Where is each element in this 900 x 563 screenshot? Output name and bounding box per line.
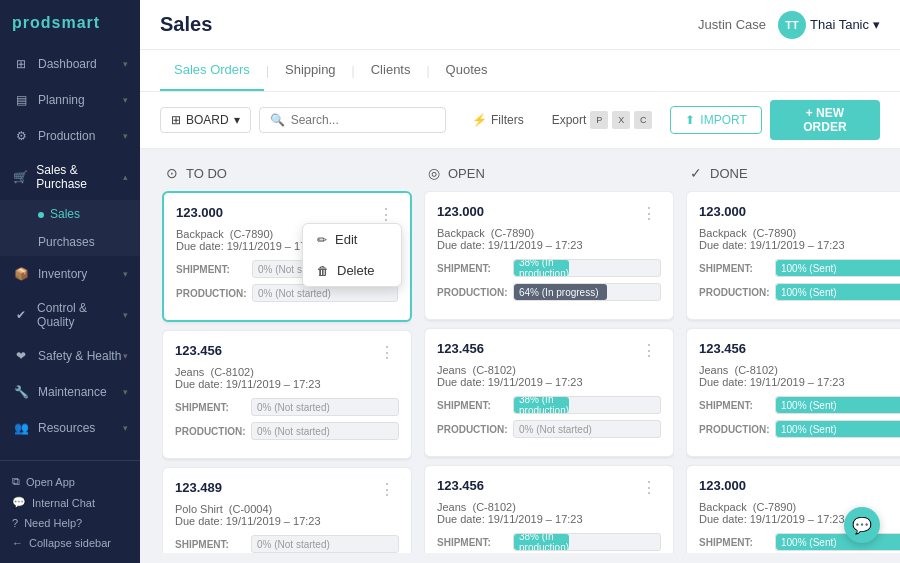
- user2-dropdown[interactable]: TT Thai Tanic ▾: [778, 11, 880, 39]
- column-cards-done: 123.000 ⋮ Backpack (C-7890)Due date: 19/…: [686, 191, 900, 553]
- production-label: PRODUCTION:: [699, 287, 767, 298]
- sidebar: prodsmart ⊞Dashboard ▾ ▤Planning ▾ ⚙Prod…: [0, 0, 140, 563]
- tab-quotes[interactable]: Quotes: [432, 50, 502, 91]
- search-input[interactable]: [291, 113, 435, 127]
- sidebar-item-safety-health[interactable]: ❤Safety & Health ▾: [0, 338, 140, 374]
- column-done: ✓DONE 123.000 ⋮ Backpack (C-7890)Due dat…: [686, 159, 900, 553]
- production-icon: ⚙: [12, 127, 30, 145]
- import-button[interactable]: ⬆ IMPORT: [670, 106, 761, 134]
- logo: prodsmart: [0, 0, 140, 46]
- sidebar-item-purchases[interactable]: Purchases: [0, 228, 140, 256]
- sidebar-item-planning[interactable]: ▤Planning ▾: [0, 82, 140, 118]
- shipment-bar: 100% (Sent): [775, 259, 900, 277]
- search-box[interactable]: 🔍: [259, 107, 446, 133]
- kanban-card[interactable]: 123.000 ⋮ Backpack (C-7890)Due date: 19/…: [162, 191, 412, 322]
- card-info: Jeans (C-8102)Due date: 19/11/2019 – 17:…: [175, 366, 399, 390]
- user-avatar: TT: [778, 11, 806, 39]
- shipment-row: SHIPMENT: 0% (Not started): [175, 535, 399, 553]
- card-menu-button[interactable]: ⋮: [637, 341, 661, 360]
- sidebar-nav: ⊞Dashboard ▾ ▤Planning ▾ ⚙Production ▾ 🛒…: [0, 46, 140, 460]
- shipment-row: SHIPMENT: 0% (Not started): [175, 398, 399, 416]
- card-menu-button[interactable]: ⋮: [375, 480, 399, 499]
- kanban-card[interactable]: 123.489 ⋮ Polo Shirt (C-0004)Due date: 1…: [162, 467, 412, 553]
- board-view-button[interactable]: ⊞ BOARD ▾: [160, 107, 251, 133]
- production-bar: 100% (Sent): [775, 283, 900, 301]
- sidebar-item-control-quality[interactable]: ✔Control & Quality ▾: [0, 292, 140, 338]
- top-header: Sales Justin Case TT Thai Tanic ▾: [140, 0, 900, 50]
- export-pdf-icon: P: [590, 111, 608, 129]
- shipment-label: SHIPMENT:: [175, 539, 243, 550]
- kanban-card[interactable]: 123.456 ⋮ Jeans (C-8102)Due date: 19/11/…: [424, 328, 674, 457]
- need-help-link[interactable]: ?Need Help?: [12, 513, 128, 533]
- health-icon: ❤: [12, 347, 30, 365]
- kanban-card[interactable]: 123.456 ⋮ Jeans (C-8102)Due date: 19/11/…: [424, 465, 674, 553]
- user2-name: Thai Tanic: [810, 17, 869, 32]
- import-icon: ⬆: [685, 113, 695, 127]
- chevron-icon: ▾: [123, 351, 128, 361]
- export-button[interactable]: Export P X C: [542, 106, 663, 134]
- edit-menu-item[interactable]: ✏ Edit: [303, 224, 401, 255]
- kanban-card[interactable]: 123.000 ⋮ Backpack (C-7890)Due date: 19/…: [686, 191, 900, 320]
- page-title: Sales: [160, 13, 212, 36]
- shipment-label: SHIPMENT:: [699, 400, 767, 411]
- sidebar-item-sales-purchase[interactable]: 🛒Sales & Purchase ▴: [0, 154, 140, 200]
- shipment-label: SHIPMENT:: [437, 537, 505, 548]
- column-cards-open: 123.000 ⋮ Backpack (C-7890)Due date: 19/…: [424, 191, 674, 553]
- kanban-card[interactable]: 123.456 ⋮ Jeans (C-8102)Due date: 19/11/…: [162, 330, 412, 459]
- export-csv-icon: C: [634, 111, 652, 129]
- shipment-row: SHIPMENT: 38% (In production): [437, 259, 661, 277]
- production-row: PRODUCTION: 0% (Not started): [437, 420, 661, 438]
- tab-shipping[interactable]: Shipping: [271, 50, 350, 91]
- production-label: PRODUCTION:: [699, 424, 767, 435]
- card-menu-button[interactable]: ⋮: [637, 478, 661, 497]
- chevron-icon: ▾: [123, 387, 128, 397]
- sidebar-item-sales[interactable]: Sales: [0, 200, 140, 228]
- open-app-link[interactable]: ⧉Open App: [12, 471, 128, 492]
- production-row: PRODUCTION: 64% (In progress): [437, 283, 661, 301]
- tab-clients[interactable]: Clients: [357, 50, 425, 91]
- card-menu-button[interactable]: ⋮: [374, 205, 398, 224]
- sidebar-item-production[interactable]: ⚙Production ▾: [0, 118, 140, 154]
- kanban-board: ⊙TO DO 123.000 ⋮ Backpack (C-7890)Due da…: [140, 149, 900, 563]
- production-row: PRODUCTION: 100% (Sent): [699, 283, 900, 301]
- card-number: 123.000: [176, 205, 223, 220]
- sidebar-item-resources[interactable]: 👥Resources ▾: [0, 410, 140, 446]
- chat-bubble[interactable]: 💬: [844, 507, 880, 543]
- production-bar: 0% (Not started): [251, 422, 399, 440]
- dashboard-icon: ⊞: [12, 55, 30, 73]
- sales-icon: 🛒: [12, 168, 28, 186]
- shipment-bar: 38% (In production): [513, 396, 661, 414]
- collapse-sidebar-button[interactable]: ←Collapse sidebar: [12, 533, 128, 553]
- production-bar: 64% (In progress): [513, 283, 661, 301]
- sidebar-item-dashboard[interactable]: ⊞Dashboard ▾: [0, 46, 140, 82]
- shipment-row: SHIPMENT: 38% (In production): [437, 533, 661, 551]
- delete-menu-item[interactable]: 🗑 Delete: [303, 255, 401, 286]
- new-order-button[interactable]: + NEW ORDER: [770, 100, 880, 140]
- column-open: ◎OPEN 123.000 ⋮ Backpack (C-7890)Due dat…: [424, 159, 674, 553]
- shipment-bar: 0% (Not started): [251, 398, 399, 416]
- filters-button[interactable]: ⚡ Filters: [462, 108, 534, 132]
- sidebar-item-inventory[interactable]: 📦Inventory ▾: [0, 256, 140, 292]
- shipment-bar: 38% (In production): [513, 259, 661, 277]
- column-header-open: ◎OPEN: [424, 159, 674, 191]
- tab-bar: Sales Orders | Shipping | Clients | Quot…: [140, 50, 900, 92]
- card-menu-button[interactable]: ⋮: [637, 204, 661, 223]
- shipment-bar: 0% (Not started): [251, 535, 399, 553]
- column-cards-todo: 123.000 ⋮ Backpack (C-7890)Due date: 19/…: [162, 191, 412, 553]
- card-info: Polo Shirt (C-0004)Due date: 19/11/2019 …: [175, 503, 399, 527]
- card-info: Jeans (C-8102)Due date: 19/11/2019 – 17:…: [699, 364, 900, 388]
- shipment-label: SHIPMENT:: [437, 400, 505, 411]
- card-number: 123.000: [699, 478, 746, 493]
- collapse-icon: ←: [12, 537, 23, 549]
- kanban-card[interactable]: 123.456 ⋮ Jeans (C-8102)Due date: 19/11/…: [686, 328, 900, 457]
- card-header: 123.456 ⋮: [437, 478, 661, 497]
- shipment-label: SHIPMENT:: [437, 263, 505, 274]
- production-label: PRODUCTION:: [437, 424, 505, 435]
- chevron-icon: ▴: [123, 172, 128, 182]
- internal-chat-link[interactable]: 💬Internal Chat: [12, 492, 128, 513]
- tab-sales-orders[interactable]: Sales Orders: [160, 50, 264, 91]
- sidebar-item-maintenance[interactable]: 🔧Maintenance ▾: [0, 374, 140, 410]
- card-menu-button[interactable]: ⋮: [375, 343, 399, 362]
- kanban-card[interactable]: 123.000 ⋮ Backpack (C-7890)Due date: 19/…: [424, 191, 674, 320]
- export-icons: P X C: [590, 111, 652, 129]
